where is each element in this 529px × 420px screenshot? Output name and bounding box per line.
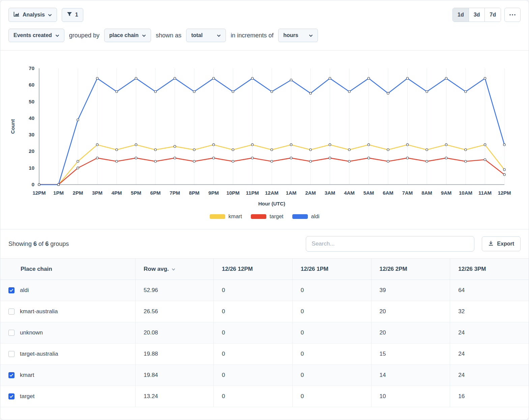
shown-as-select[interactable]: total <box>186 29 226 42</box>
legend-item-kmart[interactable]: kmart <box>210 214 242 220</box>
row-avg-cell: 26.56 <box>135 301 213 322</box>
svg-text:11PM: 11PM <box>246 190 259 196</box>
column-header-row-avg[interactable]: Row avg. <box>135 259 213 280</box>
export-button[interactable]: Export <box>482 236 521 251</box>
place-chain-name: kmart <box>20 372 34 379</box>
toolbar: Analysis 1 1d3d7d <box>0 0 529 22</box>
value-cell: 0 <box>213 365 292 386</box>
svg-text:40: 40 <box>29 115 34 121</box>
column-header-12-26-12pm: 12/26 12PM <box>213 259 292 280</box>
time-range-3d-button[interactable]: 3d <box>469 8 485 22</box>
svg-text:5PM: 5PM <box>131 190 141 196</box>
download-icon <box>488 240 494 247</box>
value-cell: 0 <box>292 344 371 364</box>
svg-text:5AM: 5AM <box>363 190 374 196</box>
value-cell: 0 <box>292 365 371 386</box>
legend-label: aldi <box>311 214 320 220</box>
table-row-aldi: aldi52.96003964 <box>0 280 529 301</box>
place-chain-cell: aldi <box>0 280 135 301</box>
value-cell: 24 <box>450 344 529 364</box>
time-range-1d-button[interactable]: 1d <box>453 8 469 22</box>
row-checkbox-kmart-australia[interactable] <box>8 309 14 315</box>
svg-text:Count: Count <box>10 119 16 134</box>
event-select[interactable]: Events created <box>8 29 64 42</box>
value-cell: 20 <box>371 322 450 343</box>
value-cell: 0 <box>213 322 292 343</box>
value-cell: 0 <box>292 386 371 407</box>
svg-text:3AM: 3AM <box>325 190 335 196</box>
search-input[interactable] <box>306 236 474 252</box>
svg-text:11AM: 11AM <box>478 190 492 196</box>
increment-select-label: hours <box>283 32 298 38</box>
check-icon <box>9 395 13 398</box>
svg-text:10: 10 <box>29 165 34 171</box>
table-header: Place chainRow avg.12/26 12PM12/26 1PM12… <box>0 258 529 280</box>
place-chain-name: kmart-australia <box>20 308 58 315</box>
table-controls: Showing 6 of 6 groups Export <box>0 229 529 258</box>
chevron-down-icon <box>217 32 221 38</box>
svg-text:10PM: 10PM <box>226 190 239 196</box>
svg-text:4PM: 4PM <box>112 190 122 196</box>
table-row-target: target13.24001016 <box>0 386 529 407</box>
showing-prefix: Showing <box>8 240 32 247</box>
svg-text:7PM: 7PM <box>170 190 180 196</box>
row-avg-cell: 20.08 <box>135 322 213 343</box>
legend-swatch <box>251 214 266 219</box>
table-row-kmart-australia: kmart-australia26.56002032 <box>0 301 529 322</box>
svg-text:10AM: 10AM <box>459 190 472 196</box>
filter-button[interactable]: 1 <box>62 8 83 22</box>
row-checkbox-target[interactable] <box>8 393 14 399</box>
shown-as-text: shown as <box>156 32 181 39</box>
check-icon <box>9 374 13 377</box>
value-cell: 15 <box>371 344 450 364</box>
analytics-app: Analysis 1 1d3d7d Events cre <box>0 0 529 420</box>
svg-text:7AM: 7AM <box>402 190 413 196</box>
toolbar-left: Analysis 1 <box>8 8 83 22</box>
row-checkbox-kmart[interactable] <box>8 372 14 378</box>
svg-text:6PM: 6PM <box>150 190 161 196</box>
column-header-label: 12/26 1PM <box>301 266 328 272</box>
svg-text:60: 60 <box>29 82 34 88</box>
svg-text:50: 50 <box>29 99 34 104</box>
row-avg-cell: 13.24 <box>135 386 213 407</box>
place-chain-name: unknown <box>20 329 43 336</box>
increment-text: in increments of <box>231 32 273 39</box>
svg-text:9AM: 9AM <box>441 190 452 196</box>
row-checkbox-unknown[interactable] <box>8 330 14 336</box>
column-header-label: 12/26 3PM <box>458 266 486 272</box>
legend-swatch <box>292 214 308 219</box>
analysis-dropdown-button[interactable]: Analysis <box>8 8 57 22</box>
column-header-12-26-2pm: 12/26 2PM <box>371 259 450 280</box>
legend-label: target <box>270 214 284 220</box>
chevron-down-icon <box>55 32 59 38</box>
sort-chevron-icon <box>172 268 175 271</box>
svg-text:1AM: 1AM <box>286 190 297 196</box>
row-checkbox-target-australia[interactable] <box>8 351 14 357</box>
value-cell: 0 <box>292 301 371 322</box>
increment-select[interactable]: hours <box>278 29 318 42</box>
table-row-unknown: unknown20.08002024 <box>0 322 529 344</box>
toolbar-right: 1d3d7d <box>452 8 521 22</box>
ellipsis-icon <box>509 14 516 15</box>
showing-total: 6 <box>45 240 49 247</box>
legend-item-aldi[interactable]: aldi <box>292 214 320 220</box>
row-checkbox-aldi[interactable] <box>8 287 14 293</box>
svg-text:12AM: 12AM <box>265 190 278 196</box>
group-by-select[interactable]: place chain <box>104 29 151 42</box>
svg-text:20: 20 <box>29 148 34 154</box>
showing-summary: Showing 6 of 6 groups <box>8 240 69 248</box>
filter-count-badge: 1 <box>75 12 78 18</box>
svg-text:Hour (UTC): Hour (UTC) <box>258 201 285 206</box>
more-options-button[interactable] <box>504 8 521 22</box>
place-chain-name: target <box>20 393 34 400</box>
event-select-label: Events created <box>13 32 52 38</box>
shown-as-select-label: total <box>191 32 203 38</box>
place-chain-cell: target <box>0 386 135 407</box>
row-avg-cell: 19.84 <box>135 365 213 386</box>
column-header-label: Place chain <box>21 266 52 272</box>
time-range-7d-button[interactable]: 7d <box>484 8 501 22</box>
legend-item-target[interactable]: target <box>251 214 284 220</box>
place-chain-cell: kmart-australia <box>0 301 135 322</box>
column-header-label: Row avg. <box>144 266 169 272</box>
row-avg-cell: 52.96 <box>135 280 213 301</box>
